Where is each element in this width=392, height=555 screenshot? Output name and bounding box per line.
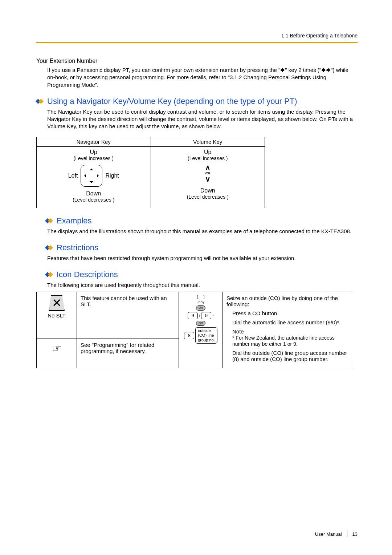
nav-up-label: Up [74, 149, 114, 155]
slash: / [199, 313, 200, 318]
navigator-key-body: The Navigator Key can be used to control… [47, 108, 358, 130]
breadcrumb: 1.1 Before Operating a Telephone [36, 33, 358, 43]
outside-line-group-box: outside (CO) line group no. [195, 327, 217, 344]
nav-right-label: Right [105, 173, 119, 179]
programming-description: See "Programming" for related programmin… [77, 339, 179, 368]
manual-page: 1.1 Before Operating a Telephone Your Ex… [0, 0, 392, 555]
icon-descriptions-heading-text: Icon Descriptions [57, 270, 118, 279]
diamond-bullet-icon [46, 245, 54, 250]
nav-left-label: Left [68, 173, 78, 179]
seize-option-3: Dial the outside (CO) line group access … [232, 350, 348, 362]
no-slt-icon-cell: ✕ No SLT [37, 292, 77, 339]
vol-up-sub: (Level increases ) [188, 155, 228, 161]
seize-option-2: Dial the automatic line access number (9… [232, 319, 348, 325]
key-8: 8 [184, 332, 194, 339]
examples-heading-text: Examples [57, 216, 92, 226]
restrictions-heading: Restrictions [46, 243, 358, 252]
seize-intro: Seize an outside (CO) line by doing one … [226, 295, 348, 307]
vol-col-header: Volume Key [151, 137, 265, 146]
pointing-hand-icon: ☞ [40, 342, 73, 355]
key-9: 9 [188, 312, 198, 319]
restrictions-body: Features that have been restricted throu… [47, 255, 358, 262]
note-body: * For New Zealand, the automatic line ac… [232, 335, 335, 347]
no-slt-label: No SLT [40, 312, 73, 319]
no-slt-description: This feature cannot be used with an SLT. [77, 292, 179, 339]
page-footer: User Manual 13 [315, 531, 358, 537]
navigator-pad-icon [81, 165, 102, 187]
chevron-up-icon: ∧ [205, 165, 211, 170]
no-slt-phone-icon: ✕ [49, 295, 65, 311]
vol-down-label: Down [187, 187, 229, 194]
navigator-key-heading: Using a Navigator Key/Volume Key (depend… [36, 97, 358, 106]
navigator-volume-table: Navigator Key Volume Key Up (Level incre… [36, 137, 265, 208]
vol-text: VOL [204, 171, 211, 175]
diamond-bullet-icon [46, 218, 54, 223]
co-label: (CO) [197, 301, 204, 304]
extension-number-body: If you use a Panasonic display PT, you c… [47, 66, 358, 89]
footer-manual-label: User Manual [315, 531, 342, 537]
co-button-icon [197, 295, 204, 299]
icon-descriptions-table: ✕ No SLT This feature cannot be used wit… [36, 292, 352, 368]
footer-separator [347, 531, 347, 537]
key-0: 0 [201, 312, 211, 319]
examples-body: The displays and the illustrations shown… [47, 228, 358, 235]
icon-descriptions-intro: The following icons are used frequently … [47, 281, 358, 289]
programming-icon-cell: ☞ [37, 339, 77, 368]
navigator-key-cell: Up (Level increases ) Left Right Down (L [37, 146, 151, 208]
diamond-bullet-icon [36, 99, 44, 104]
note-label: Note [232, 328, 244, 335]
co-icon-cell: (CO) OR 9 / 0 * OR 8 outside (CO) line [179, 292, 223, 368]
examples-heading: Examples [46, 216, 358, 226]
volume-key-cell: Up (Level increases ) ∧ VOL ∨ Down (Leve… [151, 146, 265, 208]
restrictions-heading-text: Restrictions [57, 243, 98, 252]
footer-page-number: 13 [352, 531, 358, 537]
asterisk-icon: * [212, 314, 214, 317]
nav-down-label: Down [73, 190, 114, 197]
nav-down-sub: (Level decreases ) [73, 197, 114, 203]
navigator-key-heading-text: Using a Navigator Key/Volume Key (depend… [47, 97, 297, 106]
seize-option-1: Press a CO button. [232, 310, 348, 316]
or-pill: OR [196, 305, 205, 311]
vol-up-label: Up [188, 149, 228, 155]
chevron-down-icon: ∨ [205, 177, 211, 182]
seize-co-line-description: Seize an outside (CO) line by doing one … [223, 292, 352, 368]
extension-number-heading: Your Extension Number [36, 58, 358, 64]
icon-descriptions-heading: Icon Descriptions [46, 270, 358, 279]
volume-key-icon: ∧ VOL ∨ [204, 165, 211, 182]
or-pill: OR [196, 321, 205, 326]
vol-down-sub: (Level decreases ) [187, 194, 229, 200]
nav-up-sub: (Level increases ) [74, 155, 114, 161]
diamond-bullet-icon [46, 272, 54, 277]
nav-col-header: Navigator Key [37, 137, 151, 146]
